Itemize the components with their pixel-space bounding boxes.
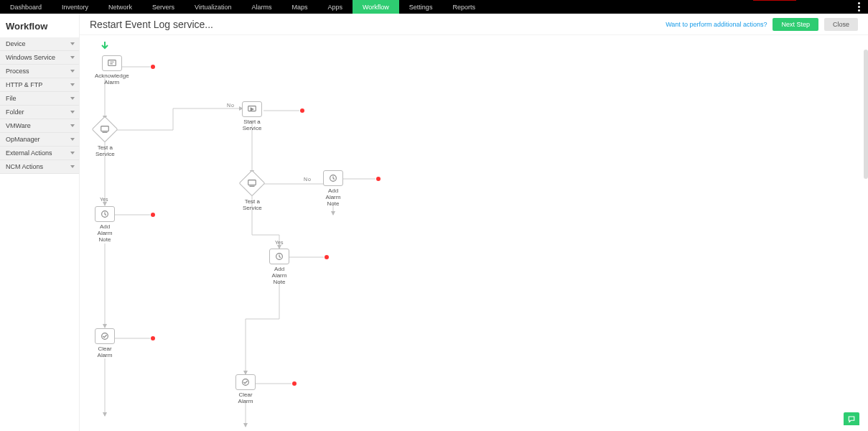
node-test-service-2[interactable]: Test a Service <box>243 174 262 211</box>
scrollbar-thumb[interactable] <box>864 50 868 179</box>
help-fab[interactable] <box>844 412 859 425</box>
workflow-edges <box>80 35 868 431</box>
content: Restart Event Log service... Want to per… <box>80 14 868 431</box>
nav-dashboard[interactable]: Dashboard <box>0 0 52 14</box>
node-label: Test a Service <box>95 144 115 157</box>
node-label: Add Alarm Note <box>269 266 289 285</box>
chevron-down-icon <box>70 56 75 59</box>
sidebar-item-label: File <box>6 95 17 102</box>
sidebar-title: Workflow <box>0 14 79 37</box>
nav-settings[interactable]: Settings <box>399 0 443 14</box>
branch-no-label: No <box>227 103 235 108</box>
chevron-down-icon <box>70 70 75 73</box>
node-add-alarm-note-3[interactable]: Add Alarm Note <box>269 249 289 285</box>
chevron-down-icon <box>70 124 75 127</box>
nav-workflow[interactable]: Workflow <box>353 0 399 14</box>
page-title: Restart Event Log service... <box>90 19 213 30</box>
fail-endpoint <box>300 108 304 113</box>
fail-endpoint <box>151 65 155 69</box>
nav-reports[interactable]: Reports <box>442 0 485 14</box>
sidebar-item-label: Device <box>6 40 26 47</box>
alert-indicator <box>753 0 796 1</box>
chevron-down-icon <box>70 165 75 168</box>
sidebar: Workflow Device Windows Service Process … <box>0 14 80 431</box>
page-actions: Want to perform additional actions? Next… <box>666 18 858 31</box>
nav-network[interactable]: Network <box>98 0 142 14</box>
node-label: Start a Service <box>242 119 262 131</box>
sidebar-item-label: NCM Actions <box>6 163 43 170</box>
sidebar-item-windows-service[interactable]: Windows Service <box>0 51 79 65</box>
node-add-alarm-note-2[interactable]: Add Alarm Note <box>323 170 343 207</box>
sidebar-item-label: VMWare <box>6 122 31 129</box>
node-label: Acknowledge Alarm <box>95 73 129 85</box>
node-clear-alarm-1[interactable]: Clear Alarm <box>95 328 115 358</box>
sidebar-item-label: Process <box>6 68 29 75</box>
start-icon <box>100 41 110 54</box>
fail-endpoint <box>292 381 297 386</box>
fail-endpoint <box>151 213 155 217</box>
branch-yes-label: Yes <box>100 197 108 202</box>
vertical-scrollbar[interactable] <box>864 50 868 424</box>
node-add-alarm-note-1[interactable]: Add Alarm Note <box>95 206 115 243</box>
sidebar-item-label: External Actions <box>6 149 52 157</box>
node-label: Clear Alarm <box>95 346 115 358</box>
sidebar-item-external-actions[interactable]: External Actions <box>0 147 79 160</box>
chevron-down-icon <box>70 83 75 86</box>
workflow-canvas[interactable]: No Yes No Yes Acknowledge Alarm Test a S… <box>80 35 868 431</box>
chevron-down-icon <box>70 42 75 45</box>
next-step-button[interactable]: Next Step <box>773 18 818 31</box>
svg-rect-3 <box>248 180 256 185</box>
svg-rect-1 <box>101 126 109 131</box>
page-header: Restart Event Log service... Want to per… <box>80 14 868 35</box>
fail-endpoint <box>325 255 329 259</box>
chevron-down-icon <box>70 152 75 154</box>
branch-yes-label: Yes <box>275 240 283 245</box>
node-test-service-1[interactable]: Test a Service <box>95 120 115 157</box>
close-button[interactable]: Close <box>824 18 858 31</box>
node-acknowledge-alarm[interactable]: Acknowledge Alarm <box>95 55 129 85</box>
node-label: Clear Alarm <box>235 391 256 404</box>
nav-maps[interactable]: Maps <box>281 0 317 14</box>
svg-point-7 <box>102 333 108 340</box>
sidebar-item-opmanager[interactable]: OpManager <box>0 133 79 147</box>
node-label: Test a Service <box>243 198 262 211</box>
nav-inventory[interactable]: Inventory <box>52 0 98 14</box>
sidebar-item-http-ftp[interactable]: HTTP & FTP <box>0 78 79 92</box>
svg-rect-0 <box>108 60 116 66</box>
sidebar-item-ncm-actions[interactable]: NCM Actions <box>0 160 79 174</box>
node-label: Add Alarm Note <box>95 223 115 243</box>
main: Workflow Device Windows Service Process … <box>0 14 868 431</box>
sidebar-item-folder[interactable]: Folder <box>0 106 79 119</box>
chevron-down-icon <box>70 138 75 141</box>
nav-apps[interactable]: Apps <box>318 0 353 14</box>
sidebar-item-vmware[interactable]: VMWare <box>0 119 79 133</box>
branch-no-label: No <box>304 177 312 182</box>
additional-actions-link[interactable]: Want to perform additional actions? <box>666 21 767 28</box>
chevron-down-icon <box>70 111 75 113</box>
svg-point-8 <box>243 379 249 386</box>
chevron-down-icon <box>70 97 75 100</box>
more-icon[interactable] <box>854 1 864 11</box>
nav-virtualization[interactable]: Virtualization <box>185 0 241 14</box>
top-nav: Dashboard Inventory Network Servers Virt… <box>0 0 868 14</box>
sidebar-item-process[interactable]: Process <box>0 65 79 78</box>
fail-endpoint <box>151 336 155 340</box>
sidebar-item-label: HTTP & FTP <box>6 81 42 88</box>
sidebar-item-device[interactable]: Device <box>0 37 79 51</box>
node-start-service[interactable]: Start a Service <box>242 101 262 131</box>
sidebar-item-label: OpManager <box>6 136 40 143</box>
nav-servers[interactable]: Servers <box>142 0 185 14</box>
node-clear-alarm-2[interactable]: Clear Alarm <box>235 374 256 404</box>
sidebar-item-file[interactable]: File <box>0 92 79 106</box>
sidebar-item-label: Windows Service <box>6 54 55 61</box>
fail-endpoint <box>376 177 381 181</box>
nav-alarms[interactable]: Alarms <box>241 0 281 14</box>
sidebar-item-label: Folder <box>6 108 24 116</box>
node-label: Add Alarm Note <box>323 187 343 207</box>
